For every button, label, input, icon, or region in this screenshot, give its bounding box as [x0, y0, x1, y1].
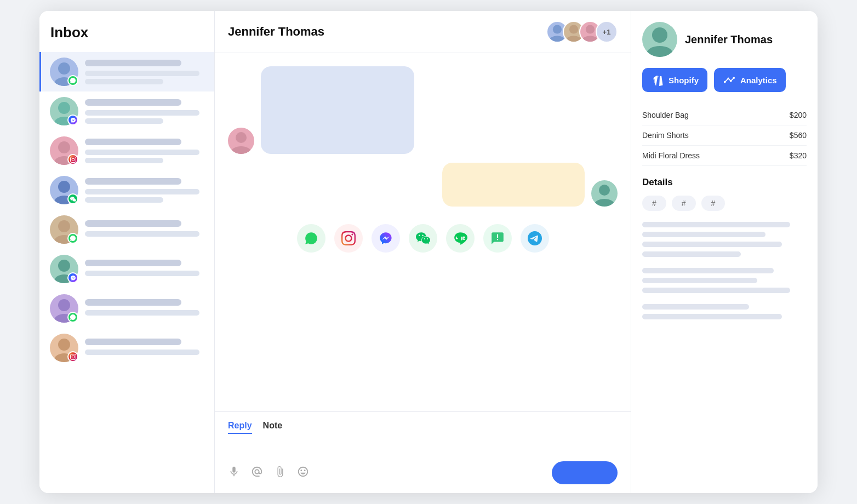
inbox-name-bar-8	[85, 339, 181, 345]
chat-footer: Reply Note	[215, 411, 631, 493]
inbox-item-4[interactable]	[39, 170, 214, 210]
inbox-msg-bar2-2	[85, 118, 163, 124]
badge-whatsapp-1	[67, 75, 78, 86]
message-bubble-text	[442, 163, 585, 207]
svg-point-26	[652, 27, 667, 43]
message-bubble-image	[261, 66, 414, 154]
inbox-name-bar-5	[85, 220, 181, 227]
inbox-msg-bar-4	[85, 189, 199, 194]
purchase-name-3: Midi Floral Dress	[642, 151, 700, 160]
svg-point-6	[58, 181, 70, 193]
footer-icons	[228, 466, 309, 480]
svg-point-10	[58, 260, 70, 272]
svg-point-19	[566, 36, 582, 43]
text-line-7	[642, 288, 790, 293]
tag-1[interactable]: #	[642, 196, 666, 211]
shopify-label: Shopify	[669, 76, 699, 85]
svg-point-8	[58, 220, 70, 232]
svg-point-20	[586, 25, 595, 33]
inbox-msg-bar-7	[85, 310, 199, 316]
purchase-price-2: $560	[790, 131, 807, 140]
inbox-item-2[interactable]	[39, 91, 214, 131]
message-received-1	[228, 66, 618, 154]
purchase-item-3: Midi Floral Dress $320	[642, 146, 807, 166]
inbox-text-1	[85, 60, 205, 84]
mention-icon[interactable]	[251, 466, 263, 480]
inbox-text-8	[85, 339, 205, 358]
platform-line-btn[interactable]	[446, 224, 475, 253]
platform-sms-btn[interactable]	[483, 224, 512, 253]
reply-tab[interactable]: Reply	[228, 421, 252, 434]
msg-avatar-received	[228, 128, 254, 154]
platform-wechat-btn[interactable]	[409, 224, 437, 253]
purchase-item-2: Denim Shorts $560	[642, 125, 807, 146]
inbox-panel: Inbox	[39, 11, 215, 493]
inbox-msg-bar-5	[85, 231, 199, 237]
group-avatar-plus[interactable]: +1	[596, 21, 618, 43]
svg-point-23	[231, 146, 251, 154]
chat-title: Jennifer Thomas	[228, 25, 324, 39]
avatar-wrapper-7	[50, 294, 78, 323]
details-avatar	[642, 22, 677, 57]
avatar-wrapper-8	[50, 334, 78, 362]
svg-point-18	[569, 25, 578, 33]
app-container: Inbox	[39, 11, 818, 493]
text-line-8	[642, 304, 749, 310]
svg-point-24	[599, 185, 610, 196]
svg-point-12	[58, 299, 70, 311]
purchase-price-1: $200	[790, 111, 807, 119]
text-line-4	[642, 251, 741, 257]
tags-row: # # #	[642, 196, 807, 211]
platform-instagram-btn[interactable]	[334, 224, 363, 253]
inbox-item-8[interactable]	[39, 328, 214, 368]
svg-point-17	[550, 36, 565, 43]
details-section-title: Details	[642, 177, 807, 188]
microphone-icon[interactable]	[228, 466, 240, 480]
svg-point-16	[553, 25, 562, 33]
badge-messenger-2	[67, 114, 78, 125]
avatar-wrapper-5	[50, 215, 78, 244]
inbox-item-7[interactable]	[39, 289, 214, 328]
tag-3[interactable]: #	[701, 196, 725, 211]
svg-point-0	[58, 62, 70, 75]
inbox-item-5[interactable]	[39, 210, 214, 249]
inbox-item-1[interactable]	[39, 52, 214, 91]
inbox-name-bar-7	[85, 299, 181, 306]
platform-icons-row	[228, 215, 618, 261]
chat-messages	[215, 53, 631, 411]
badge-wechat-4	[67, 193, 78, 204]
emoji-icon[interactable]	[297, 466, 309, 480]
shopify-button[interactable]: Shopify	[642, 68, 707, 92]
inbox-item-6[interactable]	[39, 249, 214, 289]
message-sent-1	[228, 163, 618, 207]
badge-whatsapp-5	[67, 233, 78, 244]
platform-telegram-btn[interactable]	[521, 224, 549, 253]
analytics-label: Analytics	[740, 76, 777, 85]
attachment-icon[interactable]	[274, 466, 286, 480]
svg-point-22	[236, 132, 247, 143]
msg-avatar-sent	[591, 180, 618, 207]
inbox-title: Inbox	[39, 24, 214, 52]
inbox-msg-bar-6	[85, 271, 199, 276]
purchase-name-2: Denim Shorts	[642, 131, 689, 140]
note-tab[interactable]: Note	[263, 421, 283, 434]
avatar-wrapper-2	[50, 97, 78, 125]
platform-whatsapp-btn[interactable]	[297, 224, 325, 253]
inbox-name-bar-6	[85, 260, 181, 266]
inbox-name-bar-1	[85, 60, 181, 66]
details-text-lines	[642, 222, 807, 319]
tag-2[interactable]: #	[672, 196, 696, 211]
inbox-item-3[interactable]	[39, 131, 214, 170]
platform-messenger-btn[interactable]	[372, 224, 400, 253]
analytics-button[interactable]: Analytics	[714, 68, 786, 92]
details-contact-name: Jennifer Thomas	[685, 33, 773, 46]
text-line-9	[642, 314, 782, 319]
text-line-1	[642, 222, 790, 227]
badge-instagram-3	[67, 154, 78, 165]
shopify-icon	[651, 73, 664, 87]
inbox-msg-bar2-3	[85, 158, 163, 163]
chat-header: Jennifer Thomas	[215, 11, 631, 53]
text-line-5	[642, 268, 774, 273]
inbox-text-3	[85, 139, 205, 163]
send-button[interactable]	[552, 461, 618, 484]
